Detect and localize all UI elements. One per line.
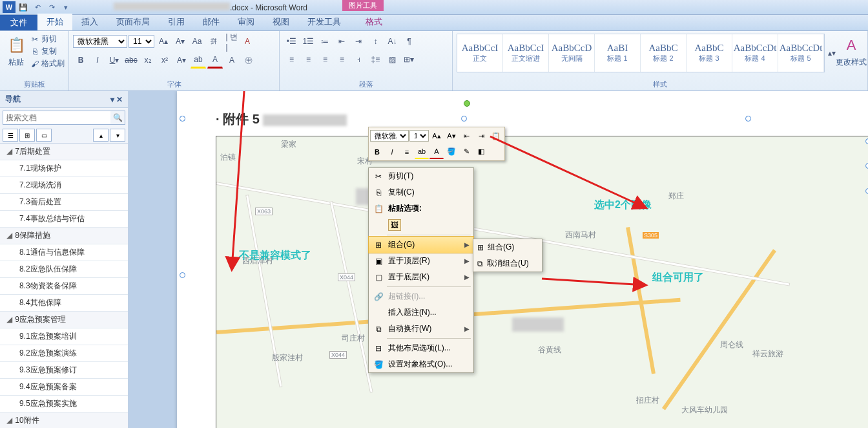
mini-font-select[interactable]: 微软雅黑 <box>370 130 409 142</box>
qat-more-icon[interactable]: ▾ <box>59 1 72 13</box>
grow-font-icon[interactable]: A▴ <box>429 129 444 143</box>
nav-item[interactable]: 9.1应急预案培训 <box>0 328 128 345</box>
nav-item[interactable]: 8.4其他保障 <box>0 295 128 312</box>
menu-layout-options[interactable]: ⊟其他布局选项(L)... <box>369 340 473 356</box>
mailings-tab[interactable]: 邮件 <box>194 14 229 30</box>
change-case-icon[interactable]: Aa <box>189 34 205 49</box>
menu-bring-front[interactable]: ▣置于顶层(R)▶ <box>369 253 473 269</box>
shading-icon[interactable]: ▨ <box>384 52 400 67</box>
style-item[interactable]: AaBbCcDt标题 4 <box>732 34 778 72</box>
decrease-indent-icon[interactable]: ⇤ <box>334 34 349 49</box>
nav-item[interactable]: 7.2现场洗消 <box>0 177 128 194</box>
nav-prev-icon[interactable]: ▴ <box>93 129 108 142</box>
menu-format-object[interactable]: 🪣设置对象格式(O)... <box>369 356 473 372</box>
align-center-icon[interactable]: ≡ <box>400 145 414 159</box>
highlight-icon[interactable]: ab <box>415 144 429 159</box>
nav-item[interactable]: 7.3善后处置 <box>0 194 128 211</box>
strike-icon[interactable]: abc <box>123 52 139 68</box>
shape-outline-icon[interactable]: ✎ <box>459 145 473 159</box>
styles-gallery[interactable]: AaBbCcI正文AaBbCcI正文缩进AaBbCcD无间隔AaBI标题 1Aa… <box>457 34 825 72</box>
layout-tab[interactable]: 页面布局 <box>107 14 159 30</box>
numbering-icon[interactable]: 1☰ <box>300 34 316 49</box>
nav-dropdown-icon[interactable]: ▾ ✕ <box>110 95 123 104</box>
paste-icon[interactable]: 📋 <box>489 129 503 143</box>
show-marks-icon[interactable]: ¶ <box>401 34 417 49</box>
nav-next-icon[interactable]: ▾ <box>110 129 125 142</box>
line-spacing-icon[interactable]: ‡≡ <box>367 52 383 67</box>
nav-item[interactable]: 8.2应急队伍保障 <box>0 261 128 278</box>
redo-icon[interactable]: ↷ <box>45 1 58 13</box>
quick-styles-icon[interactable]: ◧ <box>474 145 488 159</box>
border-icon[interactable]: ⊞▾ <box>401 52 417 67</box>
char-shading-icon[interactable]: A <box>224 52 240 68</box>
phonetic-guide-icon[interactable]: 拼 <box>206 34 222 49</box>
style-item[interactable]: AaBbCcDt标题 5 <box>778 34 824 72</box>
nav-view-results-icon[interactable]: ▭ <box>36 129 52 142</box>
menu-copy[interactable]: ⎘复制(C) <box>369 184 473 200</box>
clear-format-icon[interactable]: A <box>240 34 255 49</box>
decrease-indent-icon[interactable]: ⇤ <box>459 129 473 143</box>
nav-search-input[interactable] <box>3 111 110 124</box>
font-family-select[interactable]: 微软雅黑 <box>73 35 127 48</box>
menu-paste-picture[interactable]: 🖼 <box>369 217 473 233</box>
paste-button[interactable]: 📋 粘贴 <box>4 34 28 68</box>
style-item[interactable]: AaBbC标题 3 <box>687 34 732 72</box>
enclose-char-icon[interactable]: ㊥ <box>241 52 256 68</box>
superscript-icon[interactable]: x² <box>157 52 172 68</box>
review-tab[interactable]: 审阅 <box>229 14 264 30</box>
shrink-font-icon[interactable]: A▾ <box>172 34 188 49</box>
bullets-icon[interactable]: •☰ <box>284 34 299 49</box>
nav-item[interactable]: ◢ 9应急预案管理 <box>0 312 128 328</box>
search-icon[interactable]: 🔍 <box>110 111 125 124</box>
align-center-icon[interactable]: ≡ <box>300 52 316 67</box>
view-tab[interactable]: 视图 <box>264 14 298 30</box>
rotation-handle-icon[interactable] <box>464 100 470 107</box>
shrink-font-icon[interactable]: A▾ <box>444 129 459 143</box>
home-tab[interactable]: 开始 <box>37 14 72 30</box>
format-painter-button[interactable]: 🖌格式刷 <box>30 58 65 69</box>
nav-item[interactable]: ◢ 7后期处置 <box>0 144 128 160</box>
save-icon[interactable]: 💾 <box>17 1 30 13</box>
style-item[interactable]: AaBbCcI正文缩进 <box>503 34 549 72</box>
text-effects-icon[interactable]: A▾ <box>174 52 189 68</box>
nav-view-pages-icon[interactable]: ⊞ <box>19 129 35 142</box>
nav-item[interactable]: 9.4应急预案备案 <box>0 379 128 396</box>
document-area[interactable]: · 附件 5 泊镇 梁家 宋村 西后津村 殷家洼村 司庄村 谷黄线 郑庄 西南马… <box>129 91 868 428</box>
nav-item[interactable]: ◢ 10附件 <box>0 412 128 428</box>
menu-wrap[interactable]: ⧉自动换行(W)▶ <box>369 321 473 337</box>
nav-item[interactable]: 8.3物资装备保障 <box>0 278 128 295</box>
nav-item[interactable]: 7.4事故总结与评估 <box>0 211 128 228</box>
nav-item[interactable]: 9.2应急预案演练 <box>0 345 128 362</box>
map-image[interactable]: 泊镇 梁家 宋村 西后津村 殷家洼村 司庄村 谷黄线 郑庄 西南马村 招庄村 周… <box>216 136 868 428</box>
nav-item[interactable]: 9.5应急预案实施 <box>0 396 128 412</box>
nav-view-headings-icon[interactable]: ☰ <box>3 129 18 142</box>
italic-icon[interactable]: I <box>385 145 399 159</box>
text-direction-icon[interactable]: ↕ <box>367 34 383 49</box>
italic-icon[interactable]: I <box>90 52 105 68</box>
shape-fill-icon[interactable]: 🪣 <box>444 145 459 159</box>
font-color-icon[interactable]: A <box>429 144 444 159</box>
grow-font-icon[interactable]: A▴ <box>156 34 171 49</box>
justify-icon[interactable]: ≡ <box>334 52 349 67</box>
style-item[interactable]: AaBbC标题 2 <box>641 34 687 72</box>
mini-size-select[interactable]: 11 <box>409 130 429 142</box>
char-border-icon[interactable]: ❘변❘ <box>223 34 238 49</box>
references-tab[interactable]: 引用 <box>159 14 194 30</box>
font-size-select[interactable]: 11 <box>129 35 154 48</box>
increase-indent-icon[interactable]: ⇥ <box>351 34 366 49</box>
change-styles-button[interactable]: A 更改样式 <box>839 34 863 68</box>
insert-tab[interactable]: 插入 <box>72 14 107 30</box>
file-tab[interactable]: 文件 <box>0 15 37 30</box>
font-color-icon[interactable]: A <box>207 52 223 69</box>
subscript-icon[interactable]: x₂ <box>140 52 156 68</box>
bold-icon[interactable]: B <box>73 52 88 68</box>
sort-icon[interactable]: A↓ <box>384 34 400 49</box>
style-item[interactable]: AaBI标题 1 <box>595 34 641 72</box>
format-tab[interactable]: 格式 <box>356 14 391 30</box>
submenu-ungroup[interactable]: ⧉取消组合(U) <box>473 255 542 272</box>
menu-caption[interactable]: 插入题注(N)... <box>369 305 473 321</box>
highlight-icon[interactable]: ab <box>191 52 206 69</box>
nav-search[interactable]: 🔍 <box>3 111 125 125</box>
align-right-icon[interactable]: ≡ <box>317 52 333 67</box>
increase-indent-icon[interactable]: ⇥ <box>474 129 488 143</box>
